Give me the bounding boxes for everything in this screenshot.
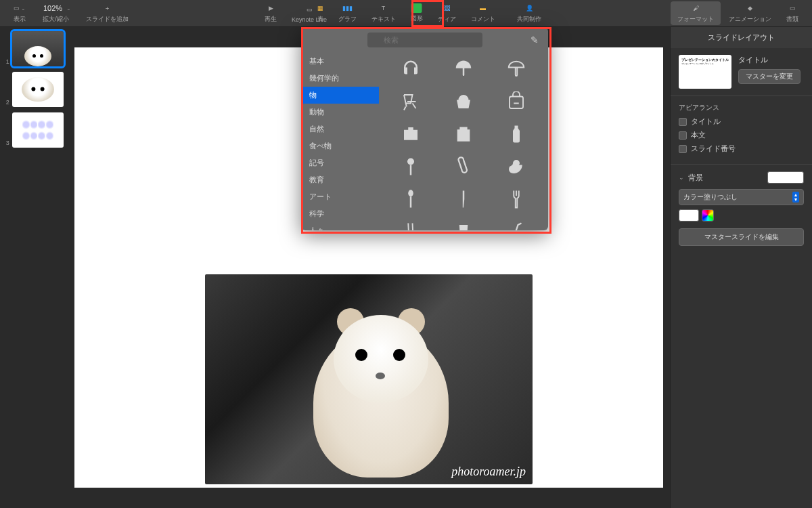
plus-icon: ＋ (104, 3, 110, 14)
layout-title-label: タイトル (738, 55, 804, 65)
category-animals[interactable]: 動物 (301, 104, 379, 121)
add-slide-button[interactable]: ＋ スライドを追加 (79, 1, 135, 25)
chevron-down-icon: ⌄ (679, 174, 684, 181)
zoom-button[interactable]: 102%⌄ 拡大/縮小 (34, 1, 78, 25)
edit-master-button[interactable]: マスタースライドを編集 (679, 228, 804, 246)
zoom-value: 102% (41, 4, 65, 12)
comment-icon: ▬ (480, 3, 486, 14)
slide-image[interactable]: photoroamer.jp (205, 274, 533, 484)
category-geometric[interactable]: 幾何学的 (301, 70, 379, 87)
checkbox-title[interactable] (679, 118, 687, 126)
category-art[interactable]: アート (301, 188, 379, 205)
shape-umbrella-closed-icon[interactable] (437, 53, 490, 85)
shape-spoon-icon[interactable] (384, 183, 437, 215)
select-stepper-icon: ▴▾ (792, 192, 799, 203)
shape-category-list[interactable]: 基本 幾何学的 物 動物 自然 食べ物 記号 教育 アート 科学 人々 場所 (301, 53, 379, 230)
thumbnail-item[interactable]: 2 (4, 72, 64, 107)
inspector-header: スライドレイアウト (671, 27, 812, 48)
comment-button[interactable]: ▬ コメント (464, 1, 502, 25)
table-icon: ▦ (317, 3, 323, 14)
shape-button[interactable]: 図形 (404, 2, 430, 24)
media-icon: 🖼 (444, 3, 450, 14)
checkbox-body-row[interactable]: 本文 (679, 130, 804, 140)
background-swatch[interactable] (767, 171, 804, 184)
thumbnail-2[interactable] (12, 72, 64, 107)
shape-knife-icon[interactable] (437, 183, 490, 215)
category-objects[interactable]: 物 (301, 87, 379, 104)
shape-cup-icon[interactable] (437, 215, 490, 230)
shape-chair-icon[interactable] (384, 85, 437, 118)
shape-backpack-icon[interactable] (490, 85, 543, 118)
animate-tab-button[interactable]: ◆ アニメーション (722, 1, 778, 25)
shape-grid[interactable] (379, 53, 548, 230)
background-disclosure[interactable]: ⌄ 背景 (679, 171, 804, 184)
media-button[interactable]: 🖼 ディア (431, 1, 463, 25)
fill-type-select[interactable]: カラー塗りつぶし ▴▾ (679, 189, 804, 205)
document-tab-button[interactable]: ▭ 書類 (780, 1, 805, 25)
shape-search-input[interactable] (367, 33, 482, 47)
shape-suitcase-icon[interactable] (437, 118, 490, 150)
category-symbols[interactable]: 記号 (301, 154, 379, 171)
checkbox-slidenum[interactable] (679, 145, 687, 153)
svg-point-0 (407, 158, 414, 165)
category-food[interactable]: 食べ物 (301, 137, 379, 154)
category-education[interactable]: 教育 (301, 171, 379, 188)
collaborate-icon: 👤 (526, 3, 533, 14)
thumbnail-item[interactable]: 1 (4, 31, 64, 66)
category-science[interactable]: 科学 (301, 205, 379, 222)
document-icon: ▭ (790, 3, 796, 14)
shape-duck-icon[interactable] (490, 150, 543, 183)
category-nature[interactable]: 自然 (301, 121, 379, 137)
thumbnail-item[interactable]: 3 (4, 112, 64, 148)
shape-briefcase-icon[interactable] (384, 118, 437, 150)
shape-rattle-icon[interactable] (384, 150, 437, 183)
shape-bottle-icon[interactable] (490, 118, 543, 150)
zoom-label: 拡大/縮小 (43, 15, 69, 24)
add-slide-label: スライドを追加 (86, 15, 129, 24)
change-master-button[interactable]: マスターを変更 (738, 69, 800, 84)
checkbox-title-row[interactable]: タイトル (679, 117, 804, 127)
format-icon: 🖌 (693, 3, 699, 14)
fill-color-swatch[interactable] (679, 209, 699, 221)
table-button[interactable]: ▦ 表 (311, 1, 330, 25)
play-button[interactable]: ▶ 再生 (258, 1, 284, 25)
format-tab-button[interactable]: 🖌 フォーマット (671, 1, 721, 25)
shape-safety-pin-icon[interactable] (437, 150, 490, 183)
shape-chopsticks-icon[interactable] (384, 215, 437, 230)
shape-popover: 🔍 ✎ 基本 幾何学的 物 動物 自然 食べ物 記号 教育 アート 科学 人 (301, 27, 548, 230)
eyedropper-button[interactable]: ✎ (531, 35, 539, 45)
category-basic[interactable]: 基本 (301, 53, 379, 70)
main-area: 1 2 3 (0, 27, 812, 508)
svg-rect-1 (410, 165, 412, 175)
layout-thumbnail[interactable]: プレゼンテーションのタイトル プレゼンテーションのサブタイトル (679, 55, 731, 89)
text-button[interactable]: T テキスト (365, 1, 403, 25)
canvas-area[interactable]: photoroamer.jp 🔍 ✎ 基本 幾何学的 物 動物 自然 食べ物 (68, 27, 670, 508)
view-icon: ▭⌄ (14, 3, 26, 14)
thumbnail-3[interactable] (12, 112, 64, 148)
image-watermark: photoroamer.jp (451, 465, 526, 479)
text-icon: T (382, 3, 386, 14)
thumbnail-1[interactable] (12, 31, 64, 66)
checkbox-slidenum-row[interactable]: スライド番号 (679, 144, 804, 154)
thumbnail-strip[interactable]: 1 2 3 (0, 27, 68, 508)
category-people[interactable]: 人々 (301, 222, 379, 230)
checkbox-body[interactable] (679, 131, 687, 140)
appearance-label: アピアランス (679, 103, 804, 112)
shape-handbag-icon[interactable] (437, 85, 490, 118)
svg-point-2 (408, 190, 413, 196)
view-menu-button[interactable]: ▭⌄ 表示 (7, 1, 32, 25)
shape-fork-icon[interactable] (490, 183, 543, 215)
toolbar-center: ▦ 表 ▮▮▮ グラフ T テキスト 図形 🖼 ディア ▬ コメント (311, 1, 502, 25)
thumb-number: 3 (4, 140, 9, 146)
thumb-number: 1 (4, 58, 9, 65)
shape-umbrella-open-icon[interactable] (490, 53, 543, 85)
collaborate-button[interactable]: 👤 共同制作 (510, 1, 548, 25)
toolbar: ▭⌄ 表示 102%⌄ 拡大/縮小 ＋ スライドを追加 ▶ 再生 ▭ Keyno… (0, 0, 812, 27)
shape-headphones-icon[interactable] (384, 53, 437, 85)
chart-button[interactable]: ▮▮▮ グラフ (332, 1, 363, 25)
shape-straw-icon[interactable] (490, 215, 543, 230)
inspector-panel: スライドレイアウト プレゼンテーションのタイトル プレゼンテーションのサブタイト… (670, 27, 812, 508)
thumb-number: 2 (4, 99, 9, 106)
view-label: 表示 (14, 15, 26, 24)
color-picker-button[interactable] (702, 209, 714, 221)
